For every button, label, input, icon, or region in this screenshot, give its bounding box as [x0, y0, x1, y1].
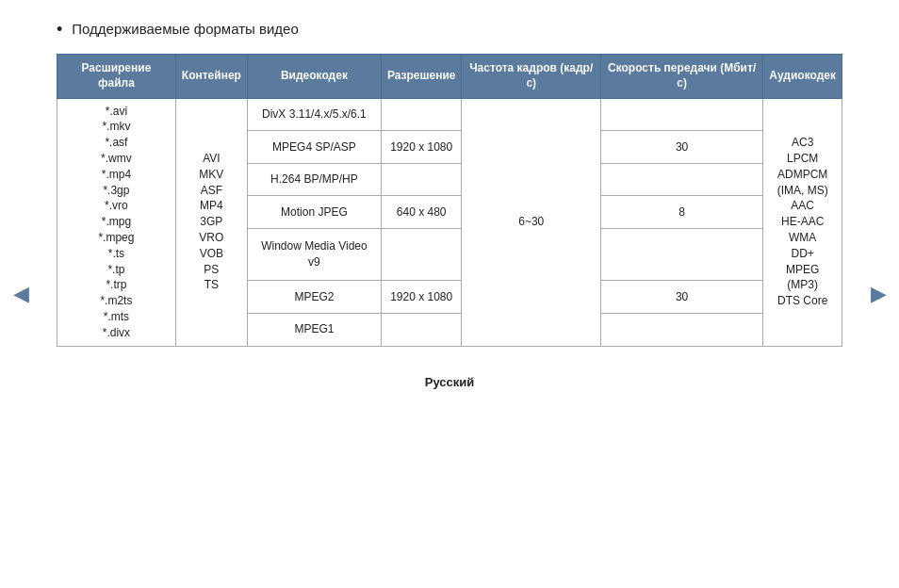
col-header-container: Контейнер: [175, 55, 247, 98]
codec-mpeg1: MPEG1: [247, 313, 381, 346]
codec-mjpeg: Motion JPEG: [247, 196, 381, 229]
res-mjpeg: 640 x 480: [381, 196, 462, 229]
col-header-framerate: Частота кадров (кадр/с): [462, 55, 600, 98]
bitrate-mjpeg: 8: [600, 196, 762, 229]
language-label: Русский: [57, 375, 842, 389]
res-mpeg4: 1920 x 1080: [381, 131, 462, 164]
bitrate-divx: [600, 98, 762, 131]
bitrate-mpeg4: 30: [600, 131, 762, 164]
video-formats-table: Расширение файла Контейнер Видеокодек Ра…: [57, 54, 842, 346]
codec-mpeg2: MPEG2: [247, 281, 381, 314]
col-header-extension: Расширение файла: [57, 55, 176, 98]
table-row: *.avi*.mkv*.asf*.wmv*.mp4*.3gp*.vro*.mpg…: [57, 98, 842, 131]
col-header-bitrate: Скорость передачи (Мбит/с): [600, 55, 762, 98]
bullet-point: •: [57, 19, 62, 41]
res-wmv: [381, 228, 462, 280]
frame-rate-cell: 6~30: [462, 98, 600, 346]
codec-h264: H.264 BP/MP/HP: [247, 163, 381, 196]
audio-codec-cell: AC3LPCMADMPCM(IMA, MS)AACHE-AACWMADD+MPE…: [763, 98, 842, 346]
bitrate-mpeg2: 30: [600, 281, 762, 314]
codec-wmv: Window Media Video v9: [247, 228, 381, 280]
res-divx: [381, 98, 462, 131]
col-header-videocodec: Видеокодек: [247, 55, 381, 98]
heading-text: Поддерживаемые форматы видео: [72, 19, 298, 39]
codec-mpeg4: MPEG4 SP/ASP: [247, 131, 381, 164]
section-heading: • Поддерживаемые форматы видео: [57, 19, 842, 41]
res-mpeg2: 1920 x 1080: [381, 281, 462, 314]
file-extensions-cell: *.avi*.mkv*.asf*.wmv*.mp4*.3gp*.vro*.mpg…: [57, 98, 176, 346]
bitrate-h264: [600, 163, 762, 196]
bitrate-wmv: [600, 228, 762, 280]
res-mpeg1: [381, 313, 462, 346]
bitrate-mpeg1: [600, 313, 762, 346]
col-header-resolution: Разрешение: [381, 55, 462, 98]
container-cell: AVIMKVASFMP43GPVROVOBPSTS: [175, 98, 247, 346]
left-arrow-icon: ◀: [13, 282, 29, 306]
nav-arrow-right[interactable]: ▶: [867, 275, 890, 313]
res-h264: [381, 163, 462, 196]
right-arrow-icon: ▶: [871, 282, 887, 306]
col-header-audiocodec: Аудиокодек: [763, 55, 842, 98]
nav-arrow-left[interactable]: ◀: [9, 275, 32, 313]
codec-divx: DivX 3.11/4.x/5.x/6.1: [247, 98, 381, 131]
